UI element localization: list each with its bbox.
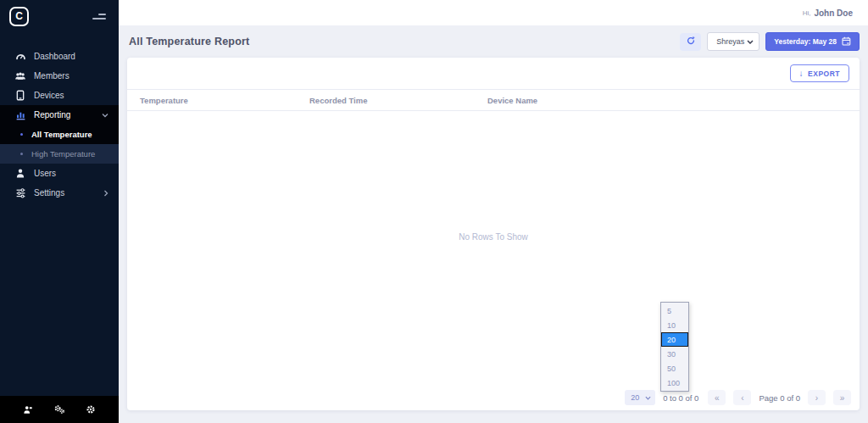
download-arrow-icon: ↓	[799, 69, 804, 78]
refresh-icon	[686, 34, 696, 49]
page-title: All Temperature Report	[129, 36, 249, 47]
date-filter-label: Yesterday: May 28	[774, 37, 837, 46]
page-size-option-100[interactable]: 100	[661, 376, 688, 390]
sidebar-item-devices[interactable]: Devices	[0, 86, 119, 105]
member-select-value: Shreyas	[716, 37, 744, 46]
sidebar-item-users[interactable]: Users	[0, 164, 119, 183]
devices-icon	[14, 90, 26, 101]
page-size-option-5[interactable]: 5	[661, 303, 688, 318]
chevron-down-icon	[102, 113, 108, 118]
bullet-icon	[20, 153, 23, 155]
next-page-button[interactable]: ›	[808, 390, 826, 405]
dashboard-icon	[14, 51, 26, 62]
member-select[interactable]: Shreyas	[707, 32, 760, 51]
column-header-temperature[interactable]: Temperature	[140, 96, 309, 105]
sliders-icon	[14, 187, 26, 198]
first-page-button[interactable]: «	[708, 390, 726, 405]
app-window: C Dashboard Members	[0, 0, 868, 423]
chevron-down-icon	[747, 37, 754, 46]
sidebar-subitem-label: All Temperature	[31, 130, 92, 139]
gear-icon[interactable]	[86, 404, 96, 415]
user-icon	[14, 168, 26, 179]
page-size-option-20[interactable]: 20	[661, 332, 688, 347]
prev-page-button[interactable]: ‹	[733, 390, 751, 405]
chevron-down-icon	[645, 393, 651, 402]
user-edit-icon[interactable]	[23, 405, 33, 415]
app-logo[interactable]: C	[9, 7, 29, 26]
sidebar-item-label: Settings	[34, 188, 64, 198]
column-header-recorded-time[interactable]: Recorded Time	[309, 96, 487, 105]
sidebar-item-settings[interactable]: Settings	[0, 183, 119, 203]
sidebar-item-label: Members	[34, 71, 70, 81]
cogs-icon[interactable]	[53, 404, 65, 415]
sidebar-subitem-high-temperature[interactable]: High Temperature	[0, 144, 119, 164]
main-area: Hi, John Doe All Temperature Report Shre…	[119, 0, 868, 423]
page-size-option-30[interactable]: 30	[661, 347, 688, 361]
sidebar-item-label: Reporting	[34, 110, 70, 120]
user-name[interactable]: John Doe	[814, 8, 853, 18]
chevron-right-icon	[103, 190, 108, 197]
sidebar-item-label: Devices	[34, 91, 64, 100]
export-button[interactable]: ↓ EXPORT	[790, 64, 849, 82]
calendar-icon	[842, 36, 851, 47]
page-size-select[interactable]: 20	[625, 390, 655, 405]
report-card: ↓ EXPORT Temperature Recorded Time Devic…	[127, 58, 860, 410]
sidebar-header: C	[0, 0, 119, 32]
greeting-text: Hi,	[803, 9, 811, 17]
sidebar-nav: Dashboard Members Devices Reporting	[0, 47, 119, 203]
empty-state-message: No Rows To Show	[127, 232, 860, 242]
row-range-label: 0 to 0 of 0	[663, 393, 698, 403]
table-header-row: Temperature Recorded Time Device Name	[127, 89, 860, 111]
sidebar-toggle-icon[interactable]	[92, 14, 106, 19]
topbar: Hi, John Doe	[119, 0, 868, 25]
last-page-button[interactable]: »	[833, 390, 851, 405]
sidebar-item-reporting[interactable]: Reporting	[0, 105, 119, 125]
export-label: EXPORT	[808, 70, 840, 78]
pagination-bar: 20 0 to 0 of 0 « ‹ Page 0 of 0 › »	[625, 390, 851, 405]
header-controls: Shreyas Yesterday: May 28	[680, 32, 860, 51]
page-header: All Temperature Report Shreyas Yesterday…	[119, 25, 868, 58]
sidebar-subitem-label: High Temperature	[31, 149, 95, 159]
sidebar-item-label: Users	[34, 169, 56, 178]
column-header-device-name[interactable]: Device Name	[487, 96, 860, 105]
page-size-dropdown: 5 10 20 30 50 100	[660, 302, 689, 392]
page-label: Page 0 of 0	[759, 393, 800, 403]
bullet-icon	[20, 133, 23, 136]
page-size-option-50[interactable]: 50	[661, 361, 688, 376]
members-icon	[14, 70, 26, 81]
refresh-button[interactable]	[680, 33, 701, 51]
sidebar-item-label: Dashboard	[34, 52, 75, 61]
date-filter-button[interactable]: Yesterday: May 28	[765, 32, 860, 51]
sidebar-item-dashboard[interactable]: Dashboard	[0, 47, 119, 66]
sidebar-item-members[interactable]: Members	[0, 66, 119, 86]
page-size-option-10[interactable]: 10	[661, 318, 688, 332]
sidebar: C Dashboard Members	[0, 0, 119, 423]
reporting-icon	[14, 109, 26, 120]
sidebar-subitem-all-temperature[interactable]: All Temperature	[0, 125, 119, 144]
page-size-value: 20	[631, 393, 639, 402]
sidebar-footer	[0, 396, 119, 423]
